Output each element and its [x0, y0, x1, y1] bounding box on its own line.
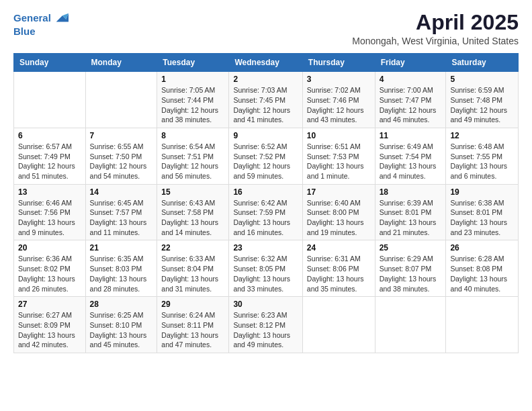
day-header-thursday: Thursday [302, 54, 375, 72]
day-info: Sunrise: 6:54 AMSunset: 7:51 PMDaylight:… [161, 142, 224, 181]
day-header-friday: Friday [375, 54, 446, 72]
calendar-cell: 9Sunrise: 6:52 AMSunset: 7:52 PMDaylight… [229, 128, 302, 184]
calendar-cell: 2Sunrise: 7:03 AMSunset: 7:45 PMDaylight… [229, 72, 302, 128]
calendar-cell: 22Sunrise: 6:33 AMSunset: 8:04 PMDayligh… [157, 240, 229, 297]
day-header-monday: Monday [85, 54, 157, 72]
calendar-header-row: SundayMondayTuesdayWednesdayThursdayFrid… [14, 54, 519, 72]
calendar-cell: 28Sunrise: 6:25 AMSunset: 8:10 PMDayligh… [85, 297, 157, 353]
calendar-cell [446, 297, 519, 353]
calendar-cell: 27Sunrise: 6:27 AMSunset: 8:09 PMDayligh… [14, 297, 86, 353]
day-number: 5 [450, 75, 514, 84]
day-number: 19 [450, 187, 514, 197]
day-info: Sunrise: 6:57 AMSunset: 7:49 PMDaylight:… [18, 142, 81, 181]
day-number: 4 [380, 75, 442, 84]
calendar-cell: 11Sunrise: 6:49 AMSunset: 7:54 PMDayligh… [375, 128, 446, 184]
day-info: Sunrise: 7:02 AMSunset: 7:46 PMDaylight:… [307, 85, 371, 125]
calendar-cell: 1Sunrise: 7:05 AMSunset: 7:44 PMDaylight… [157, 72, 229, 128]
calendar-table: SundayMondayTuesdayWednesdayThursdayFrid… [13, 53, 519, 353]
calendar-body: 1Sunrise: 7:05 AMSunset: 7:44 PMDaylight… [14, 72, 519, 353]
location-subtitle: Monongah, West Virginia, United States [352, 36, 519, 46]
calendar-cell: 15Sunrise: 6:43 AMSunset: 7:58 PMDayligh… [157, 184, 229, 240]
day-number: 11 [380, 131, 442, 140]
calendar-cell [302, 297, 375, 353]
day-number: 16 [233, 187, 298, 197]
calendar-cell: 25Sunrise: 6:29 AMSunset: 8:07 PMDayligh… [375, 240, 446, 297]
logo-subtext: Blue [13, 26, 69, 38]
logo-icon [54, 11, 69, 26]
day-header-tuesday: Tuesday [157, 54, 229, 72]
day-info: Sunrise: 6:49 AMSunset: 7:54 PMDaylight:… [380, 142, 442, 181]
logo-text: General [13, 12, 51, 24]
day-number: 28 [90, 300, 153, 309]
day-number: 3 [307, 75, 371, 84]
day-number: 13 [18, 187, 81, 197]
calendar-cell: 19Sunrise: 6:38 AMSunset: 8:01 PMDayligh… [446, 184, 519, 240]
main-title: April 2025 [352, 11, 519, 34]
day-info: Sunrise: 6:45 AMSunset: 7:57 PMDaylight:… [90, 198, 153, 238]
calendar-week-row: 27Sunrise: 6:27 AMSunset: 8:09 PMDayligh… [14, 297, 519, 353]
day-info: Sunrise: 6:32 AMSunset: 8:05 PMDaylight:… [233, 254, 298, 293]
day-number: 27 [18, 300, 81, 309]
calendar-cell: 29Sunrise: 6:24 AMSunset: 8:11 PMDayligh… [157, 297, 229, 353]
day-number: 7 [90, 131, 153, 140]
day-info: Sunrise: 6:28 AMSunset: 8:08 PMDaylight:… [450, 254, 514, 293]
calendar-cell: 10Sunrise: 6:51 AMSunset: 7:53 PMDayligh… [302, 128, 375, 184]
calendar-cell: 30Sunrise: 6:23 AMSunset: 8:12 PMDayligh… [229, 297, 302, 353]
day-info: Sunrise: 7:05 AMSunset: 7:44 PMDaylight:… [161, 85, 224, 125]
calendar-cell: 23Sunrise: 6:32 AMSunset: 8:05 PMDayligh… [229, 240, 302, 297]
calendar-cell [375, 297, 446, 353]
day-info: Sunrise: 6:51 AMSunset: 7:53 PMDaylight:… [307, 142, 371, 181]
calendar-week-row: 20Sunrise: 6:36 AMSunset: 8:02 PMDayligh… [14, 240, 519, 297]
day-number: 21 [90, 243, 153, 253]
day-info: Sunrise: 6:23 AMSunset: 8:12 PMDaylight:… [233, 310, 298, 350]
day-header-sunday: Sunday [14, 54, 86, 72]
day-number: 1 [161, 75, 224, 84]
day-number: 22 [161, 243, 224, 253]
calendar-cell: 20Sunrise: 6:36 AMSunset: 8:02 PMDayligh… [14, 240, 86, 297]
day-number: 18 [380, 187, 442, 197]
day-number: 24 [307, 243, 371, 253]
day-number: 8 [161, 131, 224, 140]
day-info: Sunrise: 6:31 AMSunset: 8:06 PMDaylight:… [307, 254, 371, 293]
day-info: Sunrise: 6:42 AMSunset: 7:59 PMDaylight:… [233, 198, 298, 238]
day-number: 25 [380, 243, 442, 253]
page-header: General Blue April 2025 Monongah, West V… [13, 11, 519, 46]
day-header-saturday: Saturday [446, 54, 519, 72]
day-info: Sunrise: 6:38 AMSunset: 8:01 PMDaylight:… [450, 198, 514, 238]
day-info: Sunrise: 6:55 AMSunset: 7:50 PMDaylight:… [90, 142, 153, 181]
day-info: Sunrise: 6:35 AMSunset: 8:03 PMDaylight:… [90, 254, 153, 293]
calendar-week-row: 13Sunrise: 6:46 AMSunset: 7:56 PMDayligh… [14, 184, 519, 240]
day-info: Sunrise: 7:00 AMSunset: 7:47 PMDaylight:… [380, 85, 442, 125]
day-number: 9 [233, 131, 298, 140]
day-info: Sunrise: 7:03 AMSunset: 7:45 PMDaylight:… [233, 85, 298, 125]
calendar-cell: 14Sunrise: 6:45 AMSunset: 7:57 PMDayligh… [85, 184, 157, 240]
calendar-cell [14, 72, 86, 128]
calendar-cell: 7Sunrise: 6:55 AMSunset: 7:50 PMDaylight… [85, 128, 157, 184]
calendar-cell: 13Sunrise: 6:46 AMSunset: 7:56 PMDayligh… [14, 184, 86, 240]
calendar-cell [85, 72, 157, 128]
day-info: Sunrise: 6:40 AMSunset: 8:00 PMDaylight:… [307, 198, 371, 238]
day-number: 29 [161, 300, 224, 309]
calendar-cell: 4Sunrise: 7:00 AMSunset: 7:47 PMDaylight… [375, 72, 446, 128]
day-header-wednesday: Wednesday [229, 54, 302, 72]
day-info: Sunrise: 6:46 AMSunset: 7:56 PMDaylight:… [18, 198, 81, 238]
logo: General Blue [13, 11, 69, 38]
calendar-cell: 21Sunrise: 6:35 AMSunset: 8:03 PMDayligh… [85, 240, 157, 297]
day-info: Sunrise: 6:59 AMSunset: 7:48 PMDaylight:… [450, 85, 514, 125]
day-number: 12 [450, 131, 514, 140]
calendar-cell: 6Sunrise: 6:57 AMSunset: 7:49 PMDaylight… [14, 128, 86, 184]
day-number: 17 [307, 187, 371, 197]
day-info: Sunrise: 6:36 AMSunset: 8:02 PMDaylight:… [18, 254, 81, 293]
calendar-cell: 18Sunrise: 6:39 AMSunset: 8:01 PMDayligh… [375, 184, 446, 240]
day-info: Sunrise: 6:39 AMSunset: 8:01 PMDaylight:… [380, 198, 442, 238]
day-number: 26 [450, 243, 514, 253]
calendar-cell: 3Sunrise: 7:02 AMSunset: 7:46 PMDaylight… [302, 72, 375, 128]
day-number: 10 [307, 131, 371, 140]
calendar-week-row: 1Sunrise: 7:05 AMSunset: 7:44 PMDaylight… [14, 72, 519, 128]
day-info: Sunrise: 6:27 AMSunset: 8:09 PMDaylight:… [18, 310, 81, 350]
day-number: 30 [233, 300, 298, 309]
day-info: Sunrise: 6:52 AMSunset: 7:52 PMDaylight:… [233, 142, 298, 181]
day-number: 23 [233, 243, 298, 253]
day-info: Sunrise: 6:33 AMSunset: 8:04 PMDaylight:… [161, 254, 224, 293]
calendar-cell: 17Sunrise: 6:40 AMSunset: 8:00 PMDayligh… [302, 184, 375, 240]
